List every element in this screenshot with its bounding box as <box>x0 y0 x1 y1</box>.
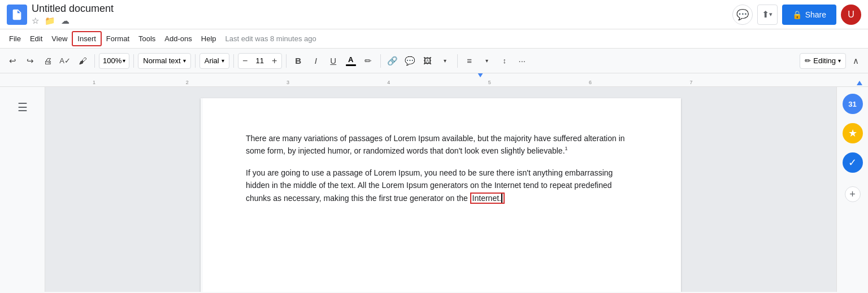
underline-icon: U <box>330 56 336 65</box>
tasks-side-button[interactable]: ★ <box>843 123 863 143</box>
top-right: 💬 ⬆ ▾ 🔒 Share U <box>732 5 861 25</box>
checklist-icon: ✓ <box>848 156 857 169</box>
cursor-highlight-box: Internet. <box>470 193 505 204</box>
title-icons: ☆ 📁 ☁ <box>32 16 114 26</box>
divider-1 <box>94 54 95 68</box>
comment-inline-button[interactable]: 💬 <box>402 53 418 69</box>
spell-check-icon: A✓ <box>59 56 71 65</box>
align-dropdown-button[interactable]: ▾ <box>479 53 495 69</box>
more-icon: ··· <box>518 56 526 65</box>
undo-button[interactable]: ↩ <box>5 53 20 69</box>
content-area[interactable]: There are many variations of passages of… <box>45 87 836 292</box>
redo-button[interactable]: ↪ <box>22 53 38 69</box>
link-icon: 🔗 <box>387 56 398 66</box>
title-section: Untitled document ☆ 📁 ☁ <box>32 3 114 26</box>
paragraph-style-dropdown-icon: ▾ <box>183 58 186 64</box>
zoom-dropdown-icon: ▾ <box>123 58 125 64</box>
checklist-side-button[interactable]: ✓ <box>843 152 863 173</box>
share-button[interactable]: 🔒 Share <box>782 5 836 25</box>
footnote-1: 1 <box>565 146 568 152</box>
upload-icon: ⬆ <box>762 9 769 20</box>
font-selector[interactable]: Arial ▾ <box>199 53 229 69</box>
paragraph-1: There are many variations of passages of… <box>246 132 636 158</box>
menu-item-addons[interactable]: Add-ons <box>160 32 196 45</box>
text-color-label: A <box>348 56 353 63</box>
highlight-icon: ✏ <box>364 56 372 66</box>
menu-item-edit[interactable]: Edit <box>25 32 47 45</box>
last-edit-text: Last edit was 8 minutes ago <box>225 34 316 43</box>
image-dropdown-button[interactable]: ▾ <box>437 53 453 69</box>
paint-format-button[interactable]: 🖌 <box>75 53 90 69</box>
font-size-control[interactable]: − 11 + <box>238 53 282 69</box>
save-drive-button[interactable]: ⬆ ▾ <box>757 5 778 25</box>
cloud-icon[interactable]: ☁ <box>61 16 70 26</box>
paragraph-1-text: There are many variations of passages of… <box>246 134 625 155</box>
font-size-value: 11 <box>252 56 268 65</box>
calendar-side-button[interactable]: 31 <box>843 94 863 114</box>
menu-item-format[interactable]: Format <box>102 32 134 45</box>
menu-item-insert[interactable]: Insert <box>72 31 102 46</box>
italic-icon: I <box>315 56 317 65</box>
edit-mode-label: Editing <box>813 56 836 65</box>
link-button[interactable]: 🔗 <box>385 53 401 69</box>
edit-mode-dropdown-icon: ▾ <box>838 58 841 64</box>
line-spacing-icon: ↕ <box>502 56 506 65</box>
spell-check-button[interactable]: A✓ <box>57 53 73 69</box>
highlight-color-button[interactable]: ✏ <box>361 53 376 69</box>
image-icon: 🖼 <box>423 56 432 65</box>
bold-button[interactable]: B <box>290 53 306 69</box>
collapse-button[interactable]: ∧ <box>848 53 863 69</box>
left-margin-indicator <box>0 88 5 292</box>
text-color-button[interactable]: A <box>343 53 359 69</box>
add-side-panel-button[interactable]: + <box>845 186 861 202</box>
main-layout: ☰ There are many variations of passages … <box>0 87 868 292</box>
align-button[interactable]: ≡ <box>462 53 478 69</box>
folder-icon[interactable]: 📁 <box>45 16 55 26</box>
cursor-word: Internet. <box>472 194 501 203</box>
menu-item-view[interactable]: View <box>47 32 72 45</box>
edit-mode-button[interactable]: ✏ Editing ▾ <box>800 53 846 69</box>
outline-button[interactable]: ☰ <box>13 96 32 119</box>
toolbar: ↩ ↪ 🖨 A✓ 🖌 100% ▾ Normal text ▾ Arial ▾ … <box>0 49 868 73</box>
menu-item-tools[interactable]: Tools <box>134 32 160 45</box>
ruler: 1 2 3 4 5 6 7 <box>0 73 868 87</box>
page-left-border <box>201 98 203 292</box>
font-size-increase-button[interactable]: + <box>268 53 281 69</box>
comment-button[interactable]: 💬 <box>732 5 753 25</box>
font-size-decrease-button[interactable]: − <box>238 53 252 69</box>
top-bar: Untitled document ☆ 📁 ☁ 💬 ⬆ ▾ 🔒 Share U <box>0 0 868 29</box>
print-button[interactable]: 🖨 <box>40 53 55 69</box>
text-cursor <box>501 194 502 203</box>
plus-icon: + <box>849 189 856 200</box>
edit-pencil-icon: ✏ <box>805 56 811 65</box>
divider-6 <box>380 54 381 68</box>
line-spacing-button[interactable]: ↕ <box>497 53 513 69</box>
user-avatar[interactable]: U <box>841 5 861 25</box>
underline-button[interactable]: U <box>326 53 341 69</box>
undo-icon: ↩ <box>9 56 16 66</box>
print-icon: 🖨 <box>44 56 52 65</box>
outline-icon: ☰ <box>18 101 28 113</box>
save-dropdown-icon: ▾ <box>769 11 772 18</box>
doc-icon <box>7 5 27 25</box>
zoom-selector[interactable]: 100% ▾ <box>99 53 129 69</box>
paint-format-icon: 🖌 <box>79 56 87 65</box>
divider-3 <box>195 54 196 68</box>
text-color-bar <box>346 64 356 66</box>
font-value: Arial <box>205 56 219 65</box>
paragraph-style-value: Normal text <box>143 56 180 65</box>
document-page[interactable]: There are many variations of passages of… <box>201 98 681 292</box>
doc-title[interactable]: Untitled document <box>32 3 114 15</box>
star-icon[interactable]: ☆ <box>32 16 39 26</box>
menu-item-help[interactable]: Help <box>197 32 221 45</box>
paragraph-style-selector[interactable]: Normal text ▾ <box>138 53 190 69</box>
collapse-icon: ∧ <box>853 56 859 66</box>
align-icon: ≡ <box>467 56 472 65</box>
more-options-button[interactable]: ··· <box>514 53 530 69</box>
image-button[interactable]: 🖼 <box>420 53 436 69</box>
calendar-icon: 31 <box>848 100 856 108</box>
menu-item-file[interactable]: File <box>5 32 25 45</box>
italic-button[interactable]: I <box>308 53 324 69</box>
align-dropdown-icon: ▾ <box>485 58 488 64</box>
font-dropdown-icon: ▾ <box>222 58 224 64</box>
